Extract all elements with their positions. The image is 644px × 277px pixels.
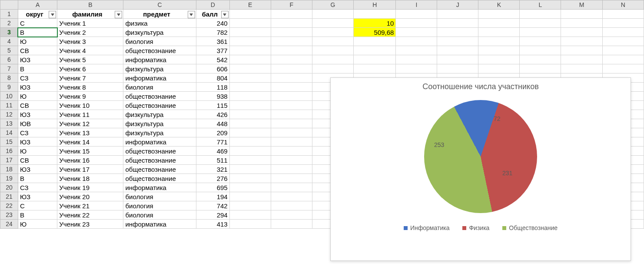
cell-B14[interactable]: Ученик 13 [57, 128, 123, 137]
cell-L7[interactable] [520, 64, 561, 73]
cell-A10[interactable]: Ю [18, 92, 57, 101]
cell-H1[interactable] [354, 10, 396, 19]
row-header-24[interactable]: 24 [0, 220, 18, 229]
cell-M3[interactable] [561, 28, 602, 37]
cell-E13[interactable] [229, 119, 271, 128]
cell-J7[interactable] [437, 64, 478, 73]
column-header-K[interactable]: K [478, 0, 520, 10]
cell-C1[interactable]: предмет [123, 10, 196, 19]
cell-M5[interactable] [561, 46, 602, 55]
cell-F20[interactable] [271, 183, 312, 192]
cell-E17[interactable] [229, 156, 271, 165]
cell-A9[interactable]: ЮЗ [18, 83, 57, 92]
cell-H3[interactable]: 509,68 [354, 28, 396, 37]
cell-F19[interactable] [271, 174, 312, 183]
cell-C15[interactable]: информатика [123, 137, 196, 147]
cell-D11[interactable]: 115 [196, 101, 229, 110]
column-header-N[interactable]: N [602, 0, 644, 10]
cell-B20[interactable]: Ученик 19 [57, 183, 123, 192]
cell-F21[interactable] [271, 192, 312, 201]
cell-B16[interactable]: Ученик 15 [57, 147, 123, 156]
cell-C6[interactable]: информатика [123, 55, 196, 64]
cell-B6[interactable]: Ученик 5 [57, 55, 123, 64]
row-header-19[interactable]: 19 [0, 174, 18, 183]
cell-E24[interactable] [229, 220, 271, 229]
cell-E8[interactable] [229, 73, 271, 83]
cell-A24[interactable]: Ю [18, 220, 57, 229]
filter-dropdown-icon[interactable] [221, 11, 229, 18]
column-header-F[interactable]: F [271, 0, 312, 10]
row-header-7[interactable]: 7 [0, 64, 18, 73]
cell-E2[interactable] [229, 19, 271, 28]
cell-G1[interactable] [312, 10, 353, 19]
cell-A18[interactable]: ЮЗ [18, 165, 57, 174]
cell-C18[interactable]: обществознание [123, 165, 196, 174]
cell-B13[interactable]: Ученик 12 [57, 119, 123, 128]
cell-A19[interactable]: В [18, 174, 57, 183]
cell-K1[interactable] [478, 10, 520, 19]
cell-F18[interactable] [271, 165, 312, 174]
cell-N3[interactable] [602, 28, 644, 37]
cell-H6[interactable] [354, 55, 396, 64]
row-header-3[interactable]: 3 [0, 28, 18, 37]
cell-J2[interactable] [437, 19, 478, 28]
cell-M6[interactable] [561, 55, 602, 64]
cell-B19[interactable]: Ученик 18 [57, 174, 123, 183]
cell-C12[interactable]: физкультура [123, 110, 196, 119]
cell-C23[interactable]: биология [123, 210, 196, 220]
cell-B18[interactable]: Ученик 17 [57, 165, 123, 174]
chart-object[interactable]: Соотношение числа участников 72 231 253 … [330, 77, 631, 261]
column-header-M[interactable]: M [561, 0, 602, 10]
select-all-corner[interactable] [0, 0, 18, 10]
filter-dropdown-icon[interactable] [188, 11, 195, 18]
cell-K5[interactable] [478, 46, 520, 55]
cell-F13[interactable] [271, 119, 312, 128]
cell-B23[interactable]: Ученик 22 [57, 210, 123, 220]
cell-A14[interactable]: СЗ [18, 128, 57, 137]
row-header-20[interactable]: 20 [0, 183, 18, 192]
cell-E18[interactable] [229, 165, 271, 174]
cell-F4[interactable] [271, 37, 312, 46]
row-header-8[interactable]: 8 [0, 73, 18, 83]
cell-B22[interactable]: Ученик 21 [57, 201, 123, 210]
cell-E11[interactable] [229, 101, 271, 110]
cell-N5[interactable] [602, 46, 644, 55]
cell-A6[interactable]: ЮЗ [18, 55, 57, 64]
cell-C7[interactable]: физкультура [123, 64, 196, 73]
cell-B7[interactable]: Ученик 6 [57, 64, 123, 73]
cell-K7[interactable] [478, 64, 520, 73]
cell-E21[interactable] [229, 192, 271, 201]
cell-G2[interactable] [312, 19, 353, 28]
cell-F7[interactable] [271, 64, 312, 73]
cell-E12[interactable] [229, 110, 271, 119]
cell-B3[interactable]: Ученик 2 [57, 28, 123, 37]
column-header-H[interactable]: H [354, 0, 396, 10]
cell-F3[interactable] [271, 28, 312, 37]
cell-C24[interactable]: информатика [123, 220, 196, 229]
cell-D12[interactable]: 426 [196, 110, 229, 119]
cell-E1[interactable] [229, 10, 271, 19]
cell-E22[interactable] [229, 201, 271, 210]
cell-F6[interactable] [271, 55, 312, 64]
cell-D15[interactable]: 771 [196, 137, 229, 147]
cell-E5[interactable] [229, 46, 271, 55]
cell-C11[interactable]: обществознание [123, 101, 196, 110]
cell-A13[interactable]: ЮВ [18, 119, 57, 128]
cell-J5[interactable] [437, 46, 478, 55]
cell-L5[interactable] [520, 46, 561, 55]
column-header-J[interactable]: J [437, 0, 478, 10]
cell-E9[interactable] [229, 83, 271, 92]
cell-F8[interactable] [271, 73, 312, 83]
cell-D13[interactable]: 448 [196, 119, 229, 128]
cell-D17[interactable]: 511 [196, 156, 229, 165]
cell-J4[interactable] [437, 37, 478, 46]
row-header-13[interactable]: 13 [0, 119, 18, 128]
row-header-23[interactable]: 23 [0, 210, 18, 220]
cell-L6[interactable] [520, 55, 561, 64]
cell-E19[interactable] [229, 174, 271, 183]
cell-D5[interactable]: 377 [196, 46, 229, 55]
cell-C2[interactable]: физика [123, 19, 196, 28]
cell-A2[interactable]: С [18, 19, 57, 28]
cell-D2[interactable]: 240 [196, 19, 229, 28]
cell-G4[interactable] [312, 37, 353, 46]
